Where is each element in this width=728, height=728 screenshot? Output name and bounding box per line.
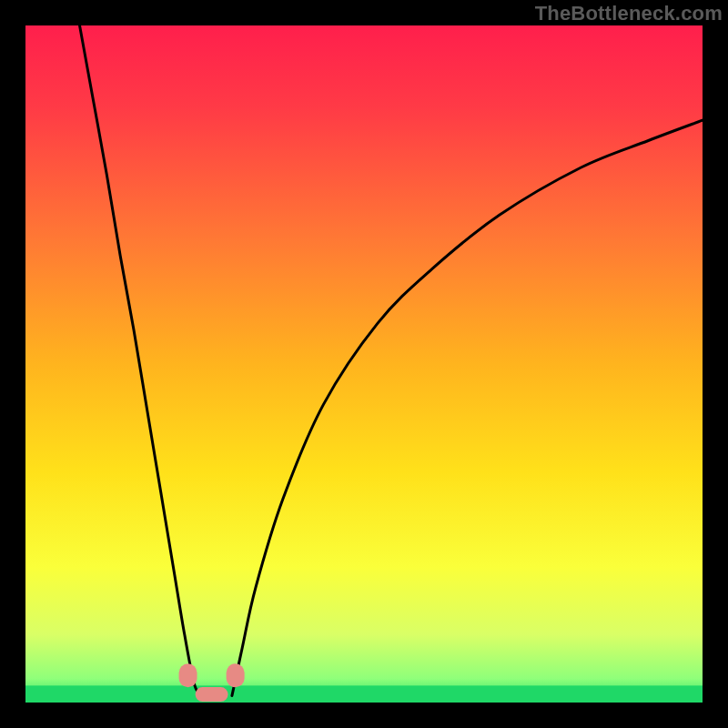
marker-min-right xyxy=(227,663,245,687)
marker-min-mid xyxy=(196,687,228,702)
watermark: TheBottleneck.com xyxy=(0,0,728,25)
floor-band xyxy=(25,685,703,703)
marker-min-left xyxy=(179,663,197,687)
chart-frame: TheBottleneck.com xyxy=(0,0,728,728)
plot-area xyxy=(25,25,703,703)
chart-svg xyxy=(25,25,703,703)
gradient-bg xyxy=(25,25,703,703)
